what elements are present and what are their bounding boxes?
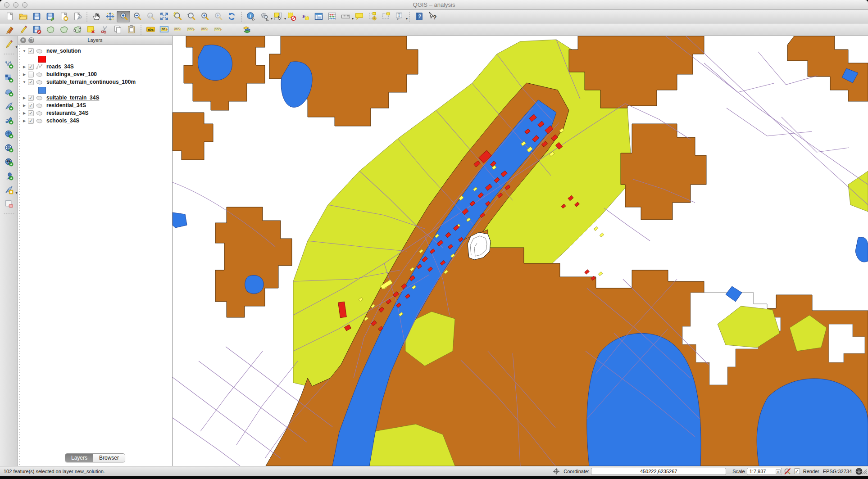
add-delimited-text-layer-button[interactable] (2, 169, 16, 183)
add-vector-layer-button[interactable] (2, 57, 16, 71)
zoom-native-button[interactable]: 1:1 (144, 11, 157, 23)
layer-visibility-checkbox[interactable]: ✓ (28, 103, 34, 108)
layer-visibility-checkbox[interactable] (28, 72, 34, 77)
scale-dropdown-icon[interactable]: ▾ (776, 469, 781, 474)
layer-expander-icon[interactable]: ▶ (22, 72, 27, 77)
run-feature-action-button[interactable]: ▾ (258, 11, 271, 23)
add-postgis-layer-button[interactable] (2, 85, 16, 99)
layer-visibility-checkbox[interactable]: ✓ (28, 48, 34, 54)
whats-this-button[interactable]: ? (426, 11, 439, 23)
add-mssql-layer-button[interactable] (2, 113, 16, 127)
layer-expander-icon[interactable]: ▼ (22, 80, 27, 84)
zoom-to-layer-button[interactable] (184, 11, 198, 23)
select-by-expression-button[interactable]: ε (298, 11, 312, 23)
cut-features-button[interactable] (97, 24, 111, 36)
tab-layers[interactable]: Layers (65, 454, 93, 462)
layer-item-restaurants_34S[interactable]: ▶✓restaurants_34S (22, 109, 172, 117)
layer-item-roads_34S[interactable]: ▶✓roads_34S (22, 63, 172, 70)
add-raster-layer-button[interactable] (2, 71, 16, 85)
layer-color-swatch[interactable] (38, 56, 46, 63)
new-print-composer-button[interactable] (57, 11, 70, 23)
layer-expander-icon[interactable]: ▶ (22, 111, 27, 115)
save-layer-edits-button[interactable] (30, 24, 43, 36)
layer-visibility-checkbox[interactable]: ✓ (28, 64, 34, 70)
current-edits-button[interactable] (3, 24, 16, 36)
tab-browser[interactable]: Browser (93, 454, 125, 462)
layer-visibility-checkbox[interactable]: ✓ (28, 95, 34, 101)
remove-layer-button[interactable] (2, 197, 16, 211)
layer-expander-icon[interactable]: ▶ (22, 65, 27, 69)
deselect-all-button[interactable] (285, 11, 298, 23)
add-oracle-layer-button[interactable] (2, 127, 16, 141)
node-tool-button[interactable] (70, 24, 84, 36)
coordinate-input[interactable] (591, 468, 726, 475)
text-annotation-button[interactable]: T▾ (393, 11, 406, 23)
measure-button[interactable]: ▾ (339, 11, 352, 23)
paste-features-button[interactable] (124, 24, 138, 36)
move-feature-button[interactable] (57, 24, 70, 36)
layer-visibility-checkbox[interactable]: ✓ (28, 118, 34, 124)
zoom-in-button[interactable] (117, 11, 130, 23)
label-toolbar-3-button[interactable]: abc (184, 24, 198, 36)
layer-expander-icon[interactable]: ▶ (22, 96, 27, 100)
save-project-as-button[interactable] (43, 11, 57, 23)
zoom-last-button[interactable] (198, 11, 211, 23)
text-annotation-dropdown-icon[interactable]: ▾ (406, 17, 408, 21)
zoom-to-selection-button[interactable] (171, 11, 184, 23)
layer-expander-icon[interactable]: ▶ (22, 119, 27, 123)
select-features-button[interactable]: ▾ (271, 11, 285, 23)
show-bookmarks-button[interactable] (379, 11, 393, 23)
delete-selected-button[interactable] (84, 24, 97, 36)
layer-item-new_solution[interactable]: ▼✓new_solution (22, 47, 172, 54)
pan-map-button[interactable] (90, 11, 103, 23)
window-resize-grip[interactable] (861, 468, 867, 474)
label-toolbar-2-button[interactable]: abc (171, 24, 184, 36)
new-project-button[interactable] (3, 11, 16, 23)
processing-toolbox-button[interactable] (240, 24, 254, 36)
label-toolbar-5-button[interactable]: abc (211, 24, 225, 36)
new-bookmark-button[interactable] (366, 11, 379, 23)
layer-item-suitable_terrain_34S[interactable]: ▶✓suitable_terrain_34S (22, 94, 172, 101)
map-canvas[interactable] (173, 36, 868, 466)
refresh-map-button[interactable] (225, 11, 238, 23)
layer-visibility-checkbox[interactable]: ✓ (28, 79, 34, 85)
labeling-button[interactable]: abc (144, 24, 157, 36)
field-calculator-button[interactable] (325, 11, 339, 23)
add-wfs-layer-button[interactable] (2, 155, 16, 169)
layer-color-swatch[interactable] (38, 87, 46, 94)
render-checkbox[interactable]: ✓ (794, 468, 800, 474)
label-toolbar-4-button[interactable]: abc (198, 24, 211, 36)
add-feature-button[interactable] (43, 24, 57, 36)
add-wms-layer-button[interactable] (2, 141, 16, 155)
layer-item-buildings_over_100[interactable]: ▶buildings_over_100 (22, 71, 172, 78)
save-project-button[interactable] (30, 11, 43, 23)
scale-combo[interactable]: 1:7,937 ▾ (747, 468, 782, 475)
layer-item-schools_34S[interactable]: ▶✓schools_34S (22, 117, 172, 124)
new-shapefile-layer-button[interactable]: ▾ (2, 183, 16, 197)
zoom-out-button[interactable] (130, 11, 144, 23)
stop-render-icon[interactable] (783, 467, 791, 475)
layer-item-suitable_terrain_continuous_100m[interactable]: ▼✓suitable_terrain_continuous_100m (22, 78, 172, 86)
copy-features-button[interactable] (111, 24, 124, 36)
add-spatialite-layer-button[interactable] (2, 99, 16, 113)
composer-manager-button[interactable] (70, 11, 84, 23)
label-toolbar-1-button[interactable]: ab (157, 24, 171, 36)
zoom-full-button[interactable] (157, 11, 171, 23)
coordinate-capture-icon[interactable] (552, 467, 560, 475)
layer-visibility-checkbox[interactable]: ✓ (28, 110, 34, 116)
panel-drag-handle[interactable] (18, 45, 21, 466)
open-attribute-table-button[interactable] (312, 11, 325, 23)
layer-expander-icon[interactable]: ▶ (22, 104, 27, 108)
zoom-next-button[interactable] (211, 11, 225, 23)
layer-expander-icon[interactable]: ▼ (22, 49, 27, 53)
new-shapefile-layer-dropdown-icon[interactable]: ▾ (15, 191, 17, 195)
map-tips-button[interactable] (352, 11, 366, 23)
open-project-button[interactable] (16, 11, 30, 23)
identify-features-button[interactable]: i (244, 11, 258, 23)
toggle-editing-button[interactable] (16, 24, 30, 36)
pan-to-selection-button[interactable] (103, 11, 117, 23)
current-edits-menu-dropdown-icon[interactable]: ▾ (15, 45, 17, 49)
current-edits-menu-button[interactable]: ▾ (2, 37, 16, 51)
help-contents-button[interactable]: ? (412, 11, 426, 23)
layer-item-residential_34S[interactable]: ▶✓residential_34S (22, 102, 172, 109)
